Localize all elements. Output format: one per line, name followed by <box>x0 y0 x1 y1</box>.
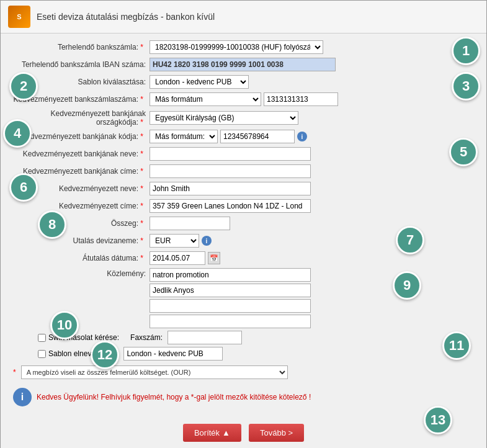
kedv-bank-neve-row: Kedvezményezett bankjának neve: * <box>7 146 477 161</box>
badge-10: 10 <box>50 311 79 339</box>
kedv-cim-label: Kedvezményezett címe: * <box>7 202 150 210</box>
badge-4: 4 <box>3 119 32 148</box>
terhelo-row: Terhelendő bankszámla: * 18203198-019999… <box>7 40 477 55</box>
badge-2: 2 <box>9 72 38 101</box>
sablon-elnevezese-row: Sablon elnevezése: * <box>7 347 477 361</box>
osszeg-input[interactable] <box>150 217 230 230</box>
kedv-neve-input[interactable] <box>150 182 311 195</box>
kedv-kod-input[interactable] <box>220 130 295 143</box>
kedv-bank-cim-input[interactable] <box>150 164 311 178</box>
kedv-szamla-wrapper: Más formátum <box>150 92 338 106</box>
kozlemeny-4-input[interactable] <box>150 315 311 328</box>
badge-8: 8 <box>38 210 66 239</box>
badge-11: 11 <box>442 331 471 360</box>
iban-input[interactable] <box>150 58 336 71</box>
kedv-orszag-select[interactable]: Egyesült Királyság (GB) <box>150 111 298 125</box>
devizanem-select[interactable]: EUR <box>150 234 199 248</box>
button-row: Boríték ▲ Tovább > <box>1 416 486 448</box>
kedv-bank-neve-label: Kedvezményezett bankjának neve: * <box>7 150 150 158</box>
main-window: S Eseti deviza átutalási megbízás - bank… <box>0 0 487 448</box>
badge-6: 6 <box>9 173 38 202</box>
window-title: Eseti deviza átutalási megbízás - bankon… <box>37 12 215 22</box>
kozlemeny-area <box>150 268 311 328</box>
borite-arrow-icon: ▲ <box>222 428 230 437</box>
kedv-szamla-select[interactable]: Más formátum <box>150 92 261 106</box>
kedv-bank-cim-row: Kedvezményezett bankjának címe: * <box>7 164 477 179</box>
kedv-cim-row: Kedvezményezett címe: * <box>7 199 477 213</box>
devizanem-wrapper: EUR i <box>150 234 212 248</box>
kedv-kod-format-select[interactable]: Más formátum: <box>150 130 218 143</box>
badge-5: 5 <box>449 138 478 166</box>
devizanem-label: Utalás devizaneme: * <box>7 236 150 245</box>
kedv-neve-row: Kedvezményezett neve: * <box>7 181 477 196</box>
kedv-orszag-row: Kedvezményezett bankjának országkódja: *… <box>7 109 477 127</box>
fax-input[interactable] <box>168 331 242 344</box>
kozlemeny-1-input[interactable] <box>150 268 311 282</box>
sablon-row: Sablon kiválasztása: London - kedvenc PU… <box>7 74 477 89</box>
tovabb-button[interactable]: Tovább > <box>249 424 304 442</box>
osszeg-label: Összeg: * <box>7 219 150 228</box>
sablon-name-input[interactable] <box>123 347 223 361</box>
kedv-kod-wrapper: Más formátum: i <box>150 130 307 143</box>
datum-wrapper: 📅 <box>150 251 220 265</box>
kozlemeny-2-input[interactable] <box>150 284 311 297</box>
notice-bar: i Kedves Ügyfelünk! Felhívjuk figyelmét,… <box>7 384 477 410</box>
kozlemeny-label: Közlemény: <box>7 268 150 278</box>
badge-9: 9 <box>393 271 421 300</box>
sablon-wrapper: London - kedvenc PUB <box>150 75 249 89</box>
sablon-checkbox[interactable] <box>38 350 46 358</box>
notice-text: Kedves Ügyfelünk! Felhívjuk figyelmét, h… <box>37 393 311 401</box>
kedv-szamla-extra-input[interactable] <box>264 92 338 106</box>
badge-1: 1 <box>452 37 480 65</box>
kedv-kod-info-icon[interactable]: i <box>297 132 307 141</box>
datum-label: Átutalás dátuma: * <box>7 254 150 262</box>
cost-row: * A megbízó viseli az összes felmerülő k… <box>7 363 477 382</box>
swift-checkbox[interactable] <box>38 334 46 342</box>
app-icon: S <box>8 6 30 28</box>
iban-row: Terhelendő bankszámla IBAN száma: <box>7 57 477 72</box>
title-bar: S Eseti deviza átutalási megbízás - bank… <box>1 1 486 34</box>
iban-label: Terhelendő bankszámla IBAN száma: <box>7 60 150 69</box>
kedv-szamla-row: Kedvezményezett bankszámlaszáma: * Más f… <box>7 92 477 107</box>
cost-select[interactable]: A megbízó viseli az összes felmerülő köl… <box>21 365 288 379</box>
notice-info-icon: i <box>13 388 32 406</box>
datum-input[interactable] <box>150 251 205 265</box>
kedv-kod-row: Kedvezményezett bankjának kódja: * Más f… <box>7 129 477 144</box>
sablon-select[interactable]: London - kedvenc PUB <box>150 75 249 89</box>
badge-7: 7 <box>396 226 424 254</box>
calendar-icon[interactable]: 📅 <box>208 252 220 264</box>
badge-13: 13 <box>424 406 452 434</box>
terhelo-select[interactable]: 18203198-01999999-10010038 (HUF) folyósz… <box>150 40 323 54</box>
kozlemeny-3-input[interactable] <box>150 299 311 313</box>
kedv-cim-input[interactable] <box>150 199 311 213</box>
form-area: Terhelendő bankszámla: * 18203198-019999… <box>1 34 486 416</box>
terhelo-label: Terhelendő bankszámla: * <box>7 43 150 52</box>
kedv-bank-neve-input[interactable] <box>150 147 311 161</box>
form-wrapper: 1 2 3 4 5 6 7 8 9 10 11 12 13 Terhelendő… <box>1 34 486 416</box>
swift-row: Swift másolat kérése: Faxszám: <box>7 331 477 344</box>
borite-button[interactable]: Boríték ▲ <box>183 424 241 442</box>
devizanem-info-icon[interactable]: i <box>202 236 212 246</box>
badge-3: 3 <box>452 72 480 101</box>
badge-12: 12 <box>91 341 119 369</box>
